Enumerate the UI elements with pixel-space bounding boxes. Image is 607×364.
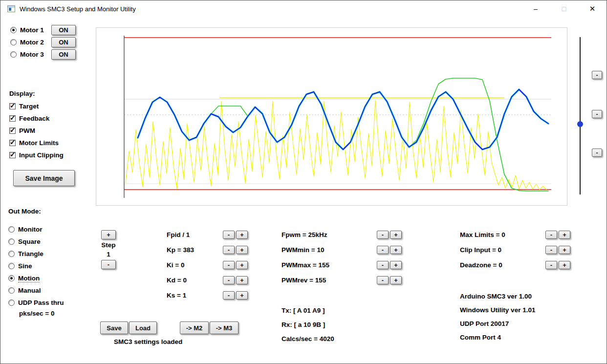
save-image-button[interactable]: Save Image	[13, 170, 75, 186]
fpid-minus-button[interactable]: -	[223, 231, 235, 239]
motor3-on-button[interactable]: ON	[51, 49, 76, 60]
scale-minus-button-3[interactable]: -	[592, 149, 602, 157]
save-settings-button[interactable]: Save	[100, 321, 128, 334]
motor-limits-label[interactable]: Motor Limits	[19, 139, 59, 147]
feedback-label[interactable]: Feedback	[19, 115, 49, 123]
kp-row: Kp = 383 - +	[167, 245, 248, 254]
motor1-label[interactable]: Motor 1	[20, 26, 51, 34]
out-mode-square-row: Square	[8, 236, 64, 248]
udp-pass-thru-label[interactable]: UDP Pass thru	[18, 299, 64, 307]
manual-label[interactable]: Manual	[18, 287, 41, 295]
pwmmax-minus-button[interactable]: -	[377, 261, 389, 269]
fpwm-label: Fpwm = 25kHz	[282, 231, 377, 238]
kd-plus-button[interactable]: +	[236, 276, 248, 284]
close-button[interactable]: ✕	[578, 0, 607, 17]
motion-label[interactable]: Motion	[18, 275, 40, 282]
version-info-group: Arduino SMC3 ver 1.00 Windows Utility ve…	[460, 293, 535, 341]
load-settings-button[interactable]: Load	[129, 321, 157, 334]
ks-minus-button[interactable]: -	[223, 291, 235, 300]
settings-status-text: SMC3 settings loaded	[114, 338, 182, 345]
ks-label: Ks = 1	[167, 292, 223, 299]
window-controls: – □ ✕	[521, 0, 607, 17]
out-mode-manual-row: Manual	[8, 284, 64, 297]
motor-select-group: Motor 1 ON Motor 2 ON Motor 3 ON	[10, 24, 76, 61]
copy-to-m3-button[interactable]: -> M3	[210, 321, 238, 334]
max-limits-row: Max Limits = 0 - +	[460, 230, 570, 239]
max-limits-plus-button[interactable]: +	[559, 231, 570, 239]
display-pwm-row: PWM	[9, 125, 64, 137]
max-limits-minus-button[interactable]: -	[545, 231, 557, 239]
monitor-label[interactable]: Monitor	[18, 226, 43, 234]
input-clipping-label[interactable]: Input Clipping	[19, 151, 64, 159]
target-checkbox[interactable]	[9, 103, 16, 109]
vertical-slider-thumb[interactable]	[577, 121, 583, 127]
clip-input-plus-button[interactable]: +	[559, 246, 570, 254]
step-minus-button[interactable]: -	[101, 260, 116, 269]
calcs-per-sec-value: Calcs/sec = 4020	[282, 335, 334, 343]
motor2-on-button[interactable]: ON	[51, 37, 76, 47]
arduino-version-text: Arduino SMC3 ver 1.00	[460, 293, 535, 300]
step-label: Step	[101, 241, 115, 249]
motor2-label[interactable]: Motor 2	[20, 39, 51, 46]
kp-minus-button[interactable]: -	[223, 246, 235, 254]
display-target-row: Target	[9, 100, 64, 112]
monitor-radio[interactable]	[8, 226, 15, 233]
input-clipping-checkbox[interactable]	[9, 152, 16, 158]
sine-radio[interactable]	[8, 263, 15, 269]
pwmrev-minus-button[interactable]: -	[377, 276, 389, 284]
pwm-label[interactable]: PWM	[19, 127, 35, 135]
udp-pass-thru-radio[interactable]	[8, 300, 15, 306]
ks-plus-button[interactable]: +	[236, 291, 248, 300]
ki-minus-button[interactable]: -	[223, 261, 235, 269]
rx-value: Rx: [ a 10 9B ]	[282, 321, 334, 328]
scale-minus-button-1[interactable]: -	[592, 71, 602, 79]
motion-radio[interactable]	[8, 275, 15, 281]
clip-input-label: Clip Input = 0	[460, 246, 545, 254]
fpwm-minus-button[interactable]: -	[377, 231, 389, 239]
pwmmin-plus-button[interactable]: +	[390, 246, 402, 254]
utility-version-text: Windows Utility ver 1.01	[460, 306, 535, 314]
kp-label: Kp = 383	[167, 246, 223, 254]
motor1-on-button[interactable]: ON	[51, 25, 76, 35]
deadzone-row: Deadzone = 0 - +	[460, 260, 570, 269]
kd-row: Kd = 0 - +	[167, 276, 248, 284]
pwmmin-minus-button[interactable]: -	[377, 246, 389, 254]
fpwm-plus-button[interactable]: +	[390, 231, 402, 239]
motor2-row: Motor 2 ON	[10, 36, 76, 48]
copy-to-m2-button[interactable]: -> M2	[180, 321, 209, 334]
display-input-clipping-row: Input Clipping	[9, 149, 64, 161]
pwmmax-plus-button[interactable]: +	[390, 261, 402, 269]
clip-input-minus-button[interactable]: -	[545, 246, 557, 254]
motor3-label[interactable]: Motor 3	[20, 51, 51, 59]
triangle-label[interactable]: Triangle	[18, 250, 43, 258]
square-radio[interactable]	[8, 238, 15, 245]
step-value: 1	[107, 251, 110, 258]
motor1-radio[interactable]	[10, 27, 17, 33]
vertical-slider-track[interactable]	[580, 37, 581, 194]
motor3-radio[interactable]	[10, 51, 17, 58]
kp-plus-button[interactable]: +	[236, 246, 248, 254]
motor1-row: Motor 1 ON	[10, 24, 76, 36]
step-plus-button[interactable]: +	[101, 230, 116, 239]
motor2-radio[interactable]	[10, 39, 17, 45]
pwm-checkbox[interactable]	[9, 128, 16, 134]
maximize-button[interactable]: □	[550, 0, 578, 17]
ki-plus-button[interactable]: +	[236, 261, 248, 269]
square-label[interactable]: Square	[18, 238, 41, 246]
minimize-button[interactable]: –	[521, 0, 550, 17]
ki-row: Ki = 0 - +	[167, 260, 248, 269]
sine-label[interactable]: Sine	[18, 262, 32, 270]
pwmrev-plus-button[interactable]: +	[390, 276, 402, 284]
target-label[interactable]: Target	[19, 103, 39, 110]
motor-limits-checkbox[interactable]	[9, 140, 16, 146]
fpid-plus-button[interactable]: +	[236, 231, 248, 239]
feedback-checkbox[interactable]	[9, 115, 16, 122]
display-group: Display: Target Feedback PWM Motor Limit…	[9, 90, 64, 161]
deadzone-minus-button[interactable]: -	[545, 261, 557, 269]
triangle-radio[interactable]	[8, 251, 15, 257]
deadzone-plus-button[interactable]: +	[559, 261, 570, 269]
scale-minus-button-2[interactable]: -	[592, 110, 602, 118]
pwmrev-label: PWMrev = 155	[282, 277, 377, 284]
kd-minus-button[interactable]: -	[223, 276, 235, 284]
manual-radio[interactable]	[8, 287, 15, 294]
